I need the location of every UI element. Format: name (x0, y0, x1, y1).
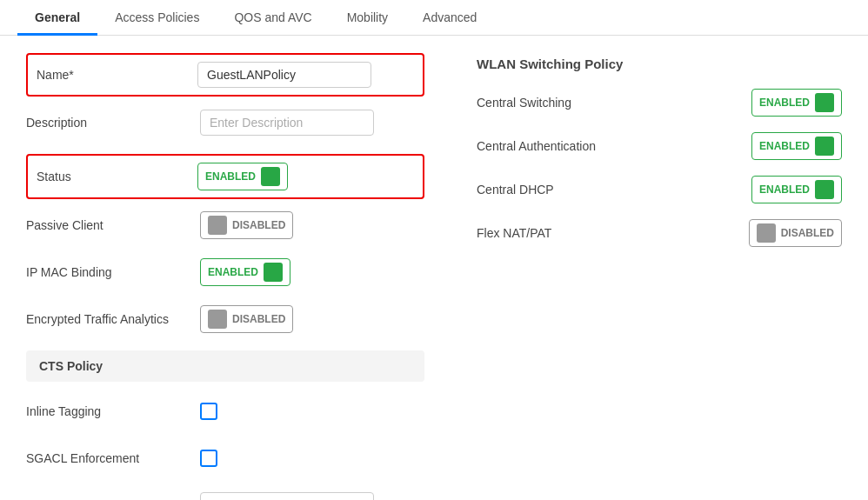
passive-client-toggle[interactable]: DISABLED (200, 211, 293, 239)
flex-nat-row: Flex NAT/PAT DISABLED (477, 219, 842, 247)
default-sgt-row: Default SGT (26, 490, 424, 500)
flex-nat-toggle[interactable]: DISABLED (749, 219, 842, 247)
main-content: Name* Description Status ENABLED Passive… (0, 36, 868, 500)
status-label: Status (37, 170, 197, 183)
central-dhcp-indicator (815, 180, 834, 199)
description-label: Description (26, 116, 200, 130)
central-dhcp-toggle-area: ENABLED (751, 176, 842, 203)
tab-general[interactable]: General (17, 0, 97, 36)
encrypted-traffic-toggle[interactable]: DISABLED (200, 305, 293, 333)
tab-mobility[interactable]: Mobility (330, 0, 405, 36)
encrypted-traffic-indicator (208, 310, 227, 329)
encrypted-traffic-label: Encrypted Traffic Analytics (26, 312, 200, 326)
central-switching-toggle[interactable]: ENABLED (751, 89, 842, 117)
central-auth-toggle[interactable]: ENABLED (751, 132, 842, 160)
ip-mac-toggle-label: ENABLED (208, 266, 258, 278)
central-auth-indicator (815, 137, 834, 156)
tab-bar: General Access Policies QOS and AVC Mobi… (0, 0, 868, 36)
description-row: Description (26, 107, 424, 138)
inline-tagging-checkbox[interactable] (200, 403, 217, 420)
central-dhcp-row: Central DHCP ENABLED (477, 176, 842, 203)
central-dhcp-toggle-label: ENABLED (759, 183, 810, 196)
ip-mac-binding-row: IP MAC Binding ENABLED (26, 257, 424, 288)
cts-section-header: CTS Policy (26, 350, 424, 382)
inline-tagging-label: Inline Tagging (26, 404, 200, 418)
default-sgt-input[interactable] (200, 492, 374, 500)
status-toggle-label: ENABLED (205, 170, 256, 183)
wlan-title: WLAN Switching Policy (477, 53, 842, 71)
sgacl-row: SGACL Enforcement (26, 443, 424, 474)
passive-client-indicator (208, 216, 227, 235)
central-dhcp-toggle[interactable]: ENABLED (751, 176, 842, 203)
description-input[interactable] (200, 110, 374, 136)
central-switching-row: Central Switching ENABLED (477, 89, 842, 117)
passive-client-toggle-label: DISABLED (232, 219, 285, 231)
tab-access-policies[interactable]: Access Policies (97, 0, 217, 36)
name-input[interactable] (197, 62, 371, 88)
central-auth-toggle-label: ENABLED (759, 140, 810, 152)
passive-client-label: Passive Client (26, 218, 200, 232)
central-auth-label: Central Authentication (477, 139, 751, 153)
passive-client-row: Passive Client DISABLED (26, 210, 424, 241)
status-toggle-indicator (261, 167, 280, 186)
left-panel: Name* Description Status ENABLED Passive… (26, 53, 424, 500)
central-auth-row: Central Authentication ENABLED (477, 132, 842, 160)
flex-nat-toggle-label: DISABLED (781, 227, 834, 239)
name-label: Name* (37, 68, 197, 82)
ip-mac-toggle[interactable]: ENABLED (200, 258, 290, 286)
encrypted-traffic-row: Encrypted Traffic Analytics DISABLED (26, 303, 424, 335)
flex-nat-toggle-area: DISABLED (749, 219, 842, 247)
tab-qos-avc[interactable]: QOS and AVC (217, 0, 329, 36)
encrypted-traffic-toggle-label: DISABLED (232, 313, 285, 325)
central-switching-toggle-area: ENABLED (751, 89, 842, 117)
sgacl-checkbox[interactable] (200, 450, 217, 467)
central-switching-label: Central Switching (477, 96, 751, 110)
right-panel: WLAN Switching Policy Central Switching … (477, 53, 842, 500)
sgacl-label: SGACL Enforcement (26, 451, 200, 465)
ip-mac-indicator (264, 263, 283, 282)
status-toggle[interactable]: ENABLED (197, 163, 288, 190)
status-row-highlighted: Status ENABLED (26, 154, 424, 199)
flex-nat-label: Flex NAT/PAT (477, 226, 749, 240)
central-switching-toggle-label: ENABLED (759, 97, 810, 109)
inline-tagging-row: Inline Tagging (26, 396, 424, 427)
tab-advanced[interactable]: Advanced (405, 0, 494, 36)
flex-nat-indicator (757, 223, 776, 243)
central-dhcp-label: Central DHCP (477, 183, 751, 197)
central-auth-toggle-area: ENABLED (751, 132, 842, 160)
central-switching-indicator (815, 93, 834, 112)
name-row-highlighted: Name* (26, 53, 424, 97)
ip-mac-label: IP MAC Binding (26, 265, 200, 279)
